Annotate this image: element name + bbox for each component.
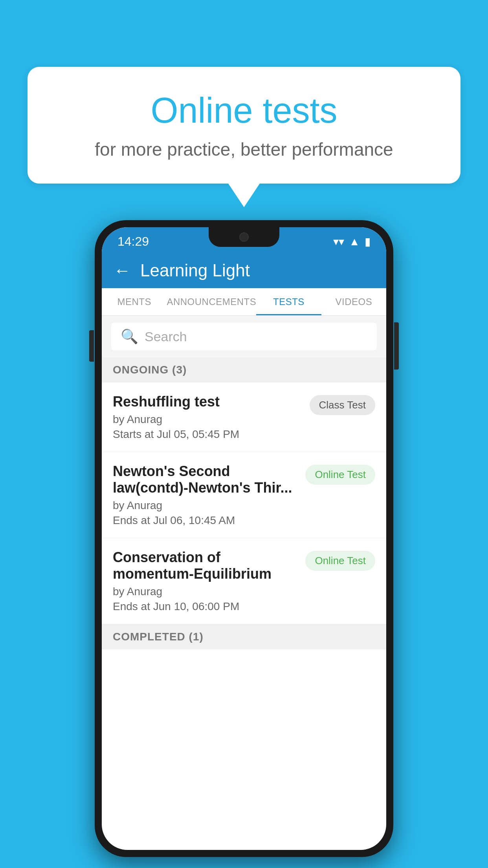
status-icons: ▾▾ ▲ ▮ — [333, 235, 371, 248]
phone-outer: 14:29 ▾▾ ▲ ▮ ← Learning Light MENTS ANNO… — [95, 220, 393, 857]
test-name-3: Conservation of momentum-Equilibrium — [113, 549, 297, 582]
app-title: Learning Light — [140, 261, 250, 280]
search-placeholder: Search — [145, 329, 187, 344]
test-badge-1: Class Test — [310, 395, 375, 415]
search-input[interactable]: 🔍 Search — [111, 323, 377, 350]
test-time-3: Ends at Jun 10, 06:00 PM — [113, 600, 297, 613]
test-item-1-left: Reshuffling test by Anurag Starts at Jul… — [113, 394, 310, 441]
ongoing-section-header: ONGOING (3) — [102, 357, 386, 383]
test-badge-3: Online Test — [305, 551, 375, 571]
test-time-1: Starts at Jul 05, 05:45 PM — [113, 428, 302, 441]
tab-ments[interactable]: MENTS — [102, 288, 167, 315]
completed-section-title: COMPLETED (1) — [113, 631, 204, 643]
bubble-title: Online tests — [59, 90, 429, 131]
camera-notch — [239, 232, 249, 242]
ongoing-section-title: ONGOING (3) — [113, 364, 187, 376]
wifi-icon: ▾▾ — [333, 235, 344, 248]
tab-tests[interactable]: TESTS — [256, 288, 321, 315]
speech-bubble-container: Online tests for more practice, better p… — [28, 67, 460, 207]
tab-videos[interactable]: VIDEOS — [321, 288, 386, 315]
test-item-2[interactable]: Newton's Second law(contd)-Newton's Thir… — [102, 452, 386, 538]
test-by-1: by Anurag — [113, 413, 302, 426]
completed-section-header: COMPLETED (1) — [102, 624, 386, 649]
search-container: 🔍 Search — [102, 316, 386, 357]
test-item-1[interactable]: Reshuffling test by Anurag Starts at Jul… — [102, 383, 386, 452]
search-icon: 🔍 — [121, 328, 138, 345]
phone-container: 14:29 ▾▾ ▲ ▮ ← Learning Light MENTS ANNO… — [95, 220, 393, 857]
speech-bubble: Online tests for more practice, better p… — [28, 67, 460, 184]
test-by-3: by Anurag — [113, 585, 297, 598]
bubble-subtitle: for more practice, better performance — [59, 139, 429, 160]
test-item-2-left: Newton's Second law(contd)-Newton's Thir… — [113, 463, 305, 527]
back-button[interactable]: ← — [114, 261, 131, 280]
test-item-3-left: Conservation of momentum-Equilibrium by … — [113, 549, 305, 613]
test-badge-2: Online Test — [305, 465, 375, 485]
status-time: 14:29 — [117, 234, 149, 249]
tabs-container: MENTS ANNOUNCEMENTS TESTS VIDEOS — [102, 288, 386, 316]
battery-icon: ▮ — [365, 235, 371, 248]
app-header: ← Learning Light — [102, 253, 386, 288]
test-item-3[interactable]: Conservation of momentum-Equilibrium by … — [102, 538, 386, 624]
test-name-2: Newton's Second law(contd)-Newton's Thir… — [113, 463, 297, 496]
bubble-pointer — [228, 184, 260, 207]
test-time-2: Ends at Jul 06, 10:45 AM — [113, 514, 297, 527]
phone-notch — [209, 227, 279, 247]
signal-icon: ▲ — [349, 235, 360, 248]
test-by-2: by Anurag — [113, 499, 297, 512]
phone-inner: 14:29 ▾▾ ▲ ▮ ← Learning Light MENTS ANNO… — [102, 227, 386, 850]
tab-announcements[interactable]: ANNOUNCEMENTS — [167, 288, 256, 315]
test-name-1: Reshuffling test — [113, 394, 302, 410]
